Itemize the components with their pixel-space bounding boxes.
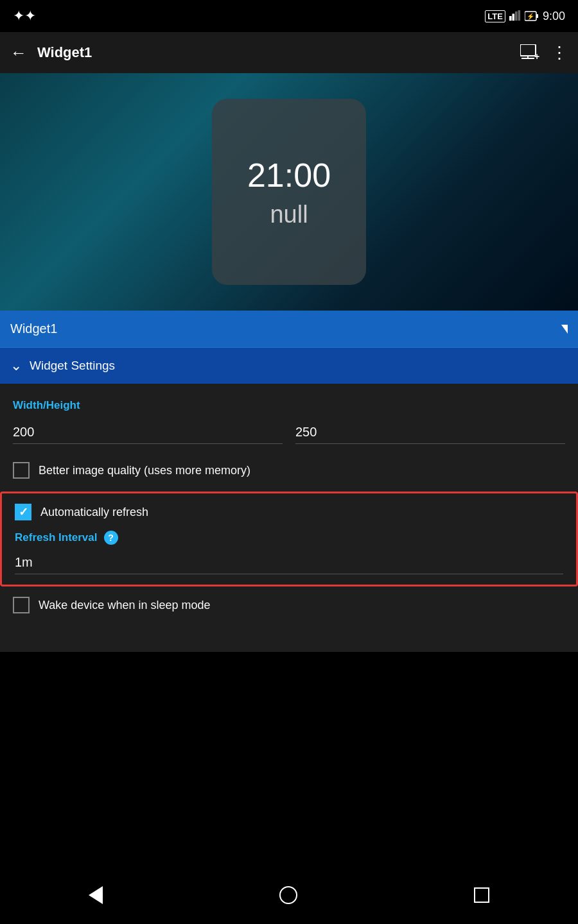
width-height-label: Width/Height xyxy=(13,399,565,412)
app-bar-left: ← Widget1 xyxy=(10,44,92,61)
svg-rect-5 xyxy=(536,14,538,18)
nav-recents-icon xyxy=(474,887,489,903)
widget-selector-bar[interactable]: Widget1 xyxy=(0,311,578,348)
dropdown-triangle-icon xyxy=(561,325,568,334)
refresh-interval-label-text: Refresh Interval xyxy=(15,531,98,544)
nav-home-button[interactable] xyxy=(260,880,317,911)
nav-back-button[interactable] xyxy=(69,880,122,911)
clock-time: 9:00 xyxy=(543,10,565,23)
overflow-menu-button[interactable]: ⋮ xyxy=(551,43,568,63)
sparkle-icon: ✦✦ xyxy=(13,8,36,24)
auto-refresh-checkbox[interactable] xyxy=(15,504,31,520)
settings-content: Width/Height Better image quality (uses … xyxy=(0,384,578,652)
nav-back-icon xyxy=(89,886,103,904)
svg-text:⚡: ⚡ xyxy=(527,12,535,21)
add-widget-icon[interactable]: + xyxy=(520,44,539,61)
widget-time-display: 21:00 xyxy=(247,156,331,194)
widget-preview-area: 21:00 null xyxy=(0,73,578,311)
battery-icon: ⚡ xyxy=(525,10,539,22)
help-icon[interactable]: ? xyxy=(104,531,118,545)
refresh-interval-input[interactable] xyxy=(15,555,563,574)
app-bar-right: + ⋮ xyxy=(520,43,568,63)
app-title: Widget1 xyxy=(37,44,92,61)
wake-device-checkbox[interactable] xyxy=(13,597,30,613)
auto-refresh-row: Automatically refresh xyxy=(15,504,563,520)
dimension-row xyxy=(13,425,565,444)
widget-settings-header[interactable]: ⌄ Widget Settings xyxy=(0,348,578,384)
height-input[interactable] xyxy=(295,425,565,444)
svg-marker-1 xyxy=(512,13,514,21)
svg-marker-2 xyxy=(515,12,518,21)
app-bar: ← Widget1 + ⋮ xyxy=(0,32,578,73)
wake-device-section: Wake device when in sleep mode xyxy=(0,586,578,637)
refresh-highlighted-section: Automatically refresh Refresh Interval ? xyxy=(0,492,578,586)
svg-marker-3 xyxy=(518,10,520,21)
nav-recents-button[interactable] xyxy=(455,881,509,909)
widget-card: 21:00 null xyxy=(212,99,366,285)
monitor-add-icon: + xyxy=(520,44,539,61)
nav-home-icon xyxy=(279,886,297,904)
widget-selector-name: Widget1 xyxy=(10,321,57,336)
width-input[interactable] xyxy=(13,425,283,444)
svg-marker-0 xyxy=(509,16,512,21)
widget-null-display: null xyxy=(270,201,308,228)
better-quality-label: Better image quality (uses more memory) xyxy=(39,464,250,477)
svg-rect-7 xyxy=(520,44,536,56)
better-quality-row: Better image quality (uses more memory) xyxy=(13,462,565,479)
status-right: LTE ⚡ 9:00 xyxy=(485,10,565,23)
signal-icon xyxy=(509,10,521,22)
navigation-bar xyxy=(0,873,578,924)
better-quality-checkbox[interactable] xyxy=(13,462,30,479)
chevron-down-icon: ⌄ xyxy=(10,357,22,374)
svg-text:+: + xyxy=(534,51,539,61)
refresh-interval-header: Refresh Interval ? xyxy=(15,531,563,545)
status-left: ✦✦ xyxy=(13,8,36,24)
auto-refresh-label: Automatically refresh xyxy=(40,506,148,519)
lte-badge: LTE xyxy=(485,10,505,22)
wake-device-row: Wake device when in sleep mode xyxy=(13,597,565,613)
wake-device-label: Wake device when in sleep mode xyxy=(39,599,210,612)
status-bar: ✦✦ LTE ⚡ 9:00 xyxy=(0,0,578,32)
back-button[interactable]: ← xyxy=(10,44,27,61)
widget-settings-title: Widget Settings xyxy=(30,359,115,373)
